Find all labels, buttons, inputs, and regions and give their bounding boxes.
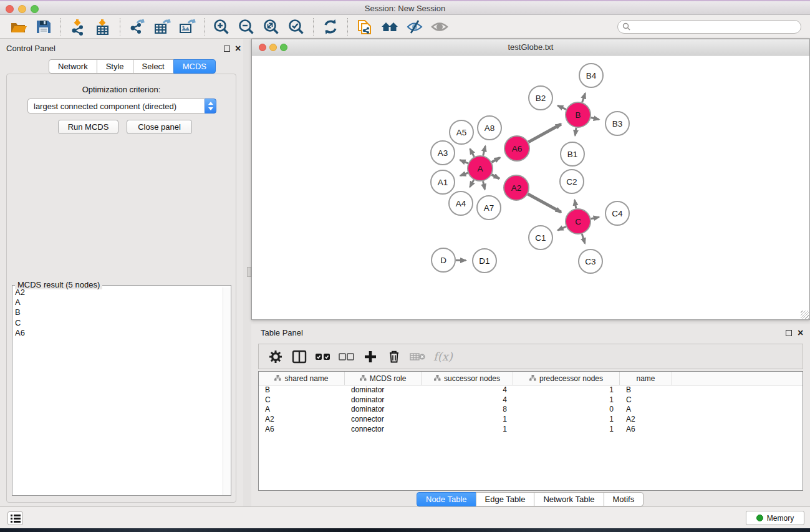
edge-A-A3[interactable] — [460, 160, 468, 163]
table-cell[interactable]: 4 — [422, 385, 513, 395]
edge-A-A7[interactable] — [483, 181, 485, 189]
edge-A6-B[interactable] — [528, 124, 561, 142]
table-cell[interactable]: A6 — [259, 425, 345, 435]
table-cell[interactable]: B — [259, 385, 345, 395]
table-cell[interactable]: A2 — [259, 415, 345, 425]
search-input[interactable] — [617, 20, 801, 34]
table-cell[interactable]: C — [620, 395, 672, 405]
edge-C-C2[interactable] — [575, 200, 576, 209]
edge-A-A8[interactable] — [483, 146, 486, 155]
tab-edge-table[interactable]: Edge Table — [476, 492, 535, 506]
edge-A-A4[interactable] — [470, 180, 474, 186]
tab-style[interactable]: Style — [97, 59, 133, 74]
table-mode-gear-icon[interactable] — [264, 346, 287, 367]
mcds-result-item[interactable]: A6 — [12, 328, 223, 338]
table-cell[interactable]: 0 — [513, 405, 620, 415]
export-image-icon[interactable] — [175, 16, 200, 37]
table-cell[interactable]: 1 — [513, 395, 620, 405]
export-table-icon[interactable] — [150, 16, 175, 37]
column-header-name[interactable]: name — [620, 372, 672, 385]
table-row[interactable]: Adominator80A — [259, 405, 803, 415]
edge-A-A2[interactable] — [492, 175, 499, 178]
table-row[interactable]: A2connector11A2 — [259, 415, 803, 425]
close-panel-icon[interactable]: × — [235, 46, 241, 52]
tab-network-table[interactable]: Network Table — [534, 492, 604, 506]
table-cell[interactable]: C — [259, 395, 345, 405]
table-cell[interactable]: 1 — [513, 385, 620, 395]
tab-motifs[interactable]: Motifs — [604, 492, 644, 506]
save-session-icon[interactable] — [31, 16, 56, 37]
table-cell[interactable]: 8 — [422, 405, 513, 415]
table-cell[interactable]: connector — [345, 425, 422, 435]
column-header-mcds-role[interactable]: MCDS role — [345, 372, 422, 385]
column-header-shared-name[interactable]: shared name — [259, 372, 345, 385]
run-mcds-button[interactable]: Run MCDS — [58, 120, 118, 134]
edge-C-C4[interactable] — [591, 217, 599, 219]
tab-network[interactable]: Network — [49, 59, 97, 74]
table-cell[interactable]: B — [620, 385, 672, 395]
edge-A-A5[interactable] — [470, 149, 475, 157]
mcds-result-scrollbar[interactable] — [223, 288, 231, 495]
mcds-result-item[interactable]: B — [12, 307, 223, 317]
table-row[interactable]: Cdominator41C — [259, 395, 803, 405]
tab-select[interactable]: Select — [133, 59, 174, 74]
table-row[interactable]: A6connector11A6 — [259, 425, 803, 435]
column-header-predecessor-nodes[interactable]: predecessor nodes — [513, 372, 620, 385]
deselect-all-icon[interactable] — [335, 346, 359, 367]
import-table-icon[interactable] — [90, 16, 115, 37]
mcds-result-item[interactable]: A2 — [12, 288, 223, 297]
edge-C-C1[interactable] — [558, 226, 566, 230]
birdseye-view-icon[interactable] — [427, 16, 452, 37]
table-cell[interactable]: 4 — [422, 395, 513, 405]
mcds-result-list[interactable]: A2ABCA6 — [12, 288, 223, 495]
table-cell[interactable]: dominator — [345, 395, 422, 405]
mcds-result-item[interactable]: A — [12, 297, 223, 307]
network-window-titlebar[interactable]: testGlobe.txt — [252, 39, 809, 56]
delete-columns-icon[interactable] — [382, 346, 406, 367]
close-table-panel-icon[interactable]: × — [798, 330, 803, 336]
duplicate-network-icon[interactable] — [352, 16, 377, 37]
edge-B-B4[interactable] — [582, 93, 586, 102]
table-cell[interactable]: A — [259, 405, 345, 415]
splitter-grip[interactable] — [247, 267, 251, 277]
optimization-select[interactable]: largest connected component (directed) — [27, 99, 216, 114]
table-cell[interactable]: dominator — [345, 405, 422, 415]
zoom-fit-icon[interactable] — [259, 16, 284, 37]
edge-A2-C[interactable] — [528, 194, 561, 212]
zoom-out-icon[interactable] — [234, 16, 259, 37]
resize-grip-icon[interactable] — [801, 311, 809, 319]
table-row[interactable]: Bdominator41B — [259, 385, 803, 395]
create-column-icon[interactable] — [359, 346, 382, 367]
edge-B-B1[interactable] — [575, 128, 576, 136]
refresh-layout-icon[interactable] — [318, 16, 343, 37]
table-cell[interactable]: A — [620, 405, 672, 415]
show-networks-home-icon[interactable] — [377, 16, 402, 37]
column-header-successor-nodes[interactable]: successor nodes — [422, 372, 513, 385]
memory-button[interactable]: Memory — [746, 511, 804, 525]
show-panels-list-button[interactable] — [7, 511, 23, 525]
tab-node-table[interactable]: Node Table — [417, 492, 476, 506]
select-stepper-icon[interactable] — [205, 99, 216, 114]
function-builder-icon[interactable]: f(x) — [433, 350, 453, 363]
edge-B-B3[interactable] — [591, 118, 599, 120]
export-network-icon[interactable] — [125, 16, 150, 37]
delete-table-icon[interactable] — [406, 346, 430, 367]
network-graph-canvas[interactable]: AA1A2A3A4A5A6A7A8BB1B2B3B4CC1C2C3C4DD1 — [252, 56, 809, 319]
table-cell[interactable]: connector — [345, 415, 422, 425]
select-all-icon[interactable] — [311, 346, 335, 367]
close-panel-button[interactable]: Close panel — [127, 120, 192, 134]
edge-C-C3[interactable] — [582, 234, 585, 243]
table-cell[interactable]: 1 — [513, 425, 620, 435]
hide-graphics-details-icon[interactable] — [402, 16, 427, 37]
table-cell[interactable]: A6 — [620, 425, 672, 435]
zoom-in-icon[interactable] — [209, 16, 234, 37]
float-table-panel-icon[interactable] — [786, 330, 792, 336]
table-cell[interactable]: 1 — [422, 425, 513, 435]
import-network-icon[interactable] — [65, 16, 90, 37]
mcds-result-item[interactable]: C — [12, 318, 223, 328]
table-cell[interactable]: 1 — [422, 415, 513, 425]
edge-B-B2[interactable] — [557, 105, 566, 109]
table-cell[interactable]: A2 — [620, 415, 672, 425]
zoom-selected-icon[interactable] — [284, 16, 309, 37]
tab-mcds[interactable]: MCDS — [173, 59, 216, 74]
